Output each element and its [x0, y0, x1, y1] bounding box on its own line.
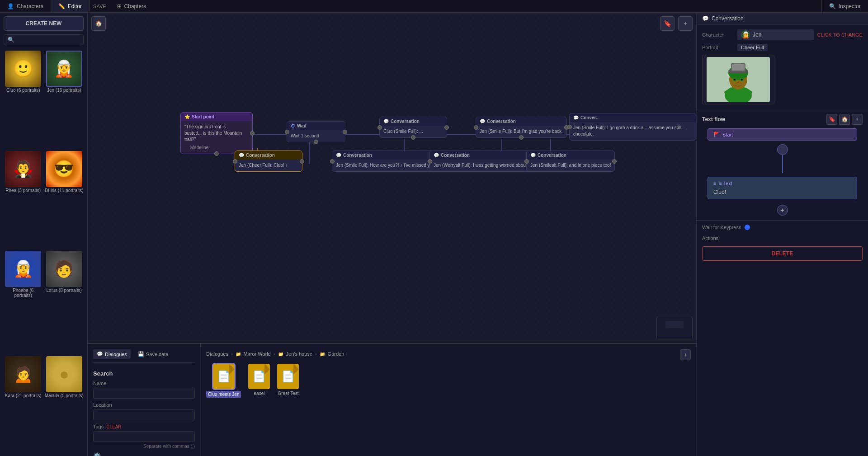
dialogues-icon: 💬 [97, 351, 103, 357]
conv5-connector-left [330, 159, 335, 164]
node-start[interactable]: ⭐ Start point "The sign out front is bus… [180, 112, 253, 154]
settings-icon[interactable]: ⚙️ [93, 452, 101, 456]
delete-button[interactable]: DELETE [702, 246, 863, 261]
flow-start-label: Start [722, 132, 733, 137]
node-start-body: "The sign out front is busted... is this… [181, 121, 252, 154]
avatar-kara: 🙍 [5, 356, 41, 392]
node-wait[interactable]: ⏱ Wait Wait 1 second [287, 121, 345, 142]
breadcrumb-jens-house[interactable]: Jen's house [286, 351, 312, 357]
flow-area: 🚩 Start ≡ ≡ Text Cluo! [702, 128, 863, 216]
character-item-macula[interactable]: ● Macula (0 portraits) [45, 356, 84, 455]
flow-start-node[interactable]: 🚩 Start [708, 128, 857, 141]
tab-chapters[interactable]: ⊞ Chapters [110, 3, 154, 9]
avatar-cluo: 🙂 [5, 51, 41, 87]
tags-label: Tags [93, 424, 104, 429]
flow-add-button[interactable]: + [777, 205, 788, 216]
text-flow-icon: ≡ [713, 181, 716, 186]
character-item-jen[interactable]: 🧝 Jen (16 portraits) [45, 51, 84, 149]
node-conv1[interactable]: 💬 Conversation Cluo (Smile Full): ... [379, 117, 447, 138]
tab-chapters-label: Chapters [124, 3, 146, 9]
character-label-rhea: Rhea (3 portraits) [5, 188, 41, 193]
node-conv6-title: Conversation [441, 153, 470, 158]
conv7-icon: 💬 [530, 153, 536, 158]
conv7-connector-right [612, 159, 617, 164]
file-greet-test[interactable]: 📄 Greet Test [277, 364, 299, 398]
portrait-field-label: Portrait [702, 45, 734, 50]
tf-add-btn[interactable]: + [852, 114, 863, 125]
home-button[interactable]: 🏠 [91, 16, 106, 31]
canvas-toolbar: 🏠 🔖 + [91, 16, 693, 31]
file-cluo-meets-jen[interactable]: 📄 Cluo meets Jen [206, 364, 241, 398]
character-label-jen: Jen (16 portraits) [47, 88, 81, 93]
flow-text-content: Cluo! [713, 189, 851, 195]
tab-save-data[interactable]: 💾 Save data [134, 349, 172, 359]
character-item-kara[interactable]: 🙍 Kara (21 portraits) [4, 356, 43, 455]
search-bar[interactable]: 🔍 [4, 34, 84, 45]
conversation-icon: 💬 [702, 15, 709, 22]
tab-dialogues-label: Dialogues [105, 352, 127, 357]
node-conv4-title: Conversation [246, 153, 275, 158]
tab-editor[interactable]: ✏️ Editor [51, 0, 90, 12]
conv3-icon: 💬 [573, 115, 579, 120]
editor-canvas[interactable]: 🏠 🔖 + ⭐ [88, 13, 696, 343]
tab-dialogues[interactable]: 💬 Dialogues [93, 349, 131, 359]
character-item-diris[interactable]: 😎 DI Iris (11 portraits) [45, 151, 84, 249]
location-input[interactable] [93, 409, 195, 420]
node-conv2-header: 💬 Conversation [476, 117, 566, 126]
name-input[interactable] [93, 388, 195, 399]
tf-bookmark-btn[interactable]: 🔖 [826, 114, 837, 125]
actions-label: Actions [697, 234, 868, 243]
start-connector-bottom [214, 151, 219, 156]
tab-inspector[interactable]: 🔍 Inspector [821, 0, 868, 12]
tf-home-btn[interactable]: 🏠 [839, 114, 850, 125]
add-node-button[interactable]: + [678, 16, 693, 31]
node-conv4[interactable]: 💬 Conversation Jen (Cheer Full): Cluo! ♪ [235, 150, 302, 172]
clear-button[interactable]: CLEAR [106, 424, 121, 429]
start-connector-right [250, 131, 255, 136]
character-item-phoebe[interactable]: 🧝 Phoebe (6 portraits) [4, 251, 43, 354]
form-name: Name [93, 381, 195, 399]
character-row: Character 🧝 Jen CLICK TO CHANGE [702, 29, 863, 40]
breadcrumb: Dialogues › 📁 Mirror World › 📁 Jen's hou… [206, 351, 344, 357]
node-conv7[interactable]: 💬 Conversation Jen (Smilealt Full): and … [526, 150, 615, 172]
file-easel[interactable]: 📄 easel [248, 364, 270, 398]
character-item-lotus[interactable]: 🧑 Lotus (8 portraits) [45, 251, 84, 354]
flow-add-area: + [708, 205, 857, 216]
right-inspector: 💬 Conversation Character 🧝 Jen CLICK TO … [696, 13, 868, 456]
save-data-icon: 💾 [138, 351, 144, 357]
tags-input[interactable] [93, 431, 195, 442]
avatar-phoebe: 🧝 [5, 251, 41, 287]
breadcrumb-garden[interactable]: Garden [328, 351, 344, 357]
conv3-connector-left [567, 125, 572, 129]
save-button[interactable]: SAVE [90, 4, 110, 9]
wait-keypress-toggle[interactable] [745, 225, 750, 230]
character-item-cluo[interactable]: 🙂 Cluo (6 portraits) [4, 51, 43, 149]
dialogues-browser: Dialogues › 📁 Mirror World › 📁 Jen's hou… [201, 344, 696, 456]
form-location: Location [93, 402, 195, 420]
conv7-connector-left [524, 159, 529, 164]
bookmark-button[interactable]: 🔖 [660, 16, 675, 31]
character-item-rhea[interactable]: 🧛 Rhea (3 portraits) [4, 151, 43, 249]
center-area: 🏠 🔖 + ⭐ [88, 13, 696, 456]
tab-characters[interactable]: 👤 Characters [0, 0, 51, 12]
file-label-greet: Greet Test [278, 391, 299, 396]
start-text-2: busted... is this the Mountain [184, 130, 249, 136]
add-dialogue-button[interactable]: + [680, 349, 691, 360]
dialogue-files: 📄 Cluo meets Jen 📄 easel 📄 [206, 364, 691, 398]
node-conv3[interactable]: 💬 Conver... Jen (Smile Full): I go grab … [569, 113, 696, 141]
file-icon-easel: 📄 [248, 364, 270, 389]
create-new-button[interactable]: CREATE NEW [4, 16, 84, 31]
text-flow-header: Text flow 🔖 🏠 + [702, 114, 863, 125]
inspector-character-section: Character 🧝 Jen CLICK TO CHANGE Portrait… [697, 25, 868, 109]
flow-line-1 [782, 155, 783, 173]
conv4-connector-left [233, 159, 237, 164]
portrait-value[interactable]: Cheer Full [737, 44, 768, 51]
file-label-easel: easel [254, 391, 265, 396]
breadcrumb-mirror-world[interactable]: Mirror World [244, 351, 271, 357]
node-conv3-title: Conver... [580, 115, 599, 120]
left-sidebar: CREATE NEW 🔍 🙂 Cluo (6 portraits) 🧝 Jen … [0, 13, 88, 456]
flow-text-node[interactable]: ≡ ≡ Text Cluo! [708, 177, 857, 199]
breadcrumb-dialogues[interactable]: Dialogues [206, 351, 228, 357]
node-conv2[interactable]: 💬 Conversation Jen (Smile Full): But I'm… [476, 117, 567, 138]
click-to-change-button[interactable]: CLICK TO CHANGE [817, 32, 863, 38]
